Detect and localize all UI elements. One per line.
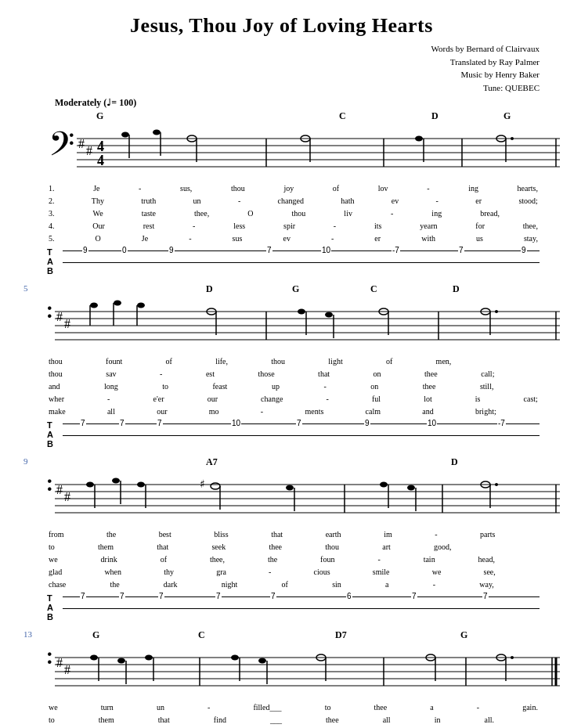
tab-label-s3: TAB bbox=[47, 593, 53, 622]
chord-D-s3: D bbox=[451, 456, 458, 468]
svg-point-65 bbox=[112, 478, 120, 484]
tab-num: 9 bbox=[82, 246, 88, 254]
svg-point-99 bbox=[231, 655, 239, 661]
lyrics-s3: fromthebestblissthatearthim-parts tothem… bbox=[47, 528, 540, 591]
chord-G-s1: G bbox=[96, 110, 103, 122]
svg-point-94 bbox=[117, 658, 125, 664]
tab-num: -7 bbox=[497, 419, 506, 427]
attribution-line3: Music by Henry Baker bbox=[23, 68, 540, 81]
measure-num-s2: 5 bbox=[23, 283, 28, 293]
measure-num-s4: 13 bbox=[23, 629, 32, 639]
chord-C-s1: C bbox=[339, 110, 346, 122]
svg-text:𝄢: 𝄢 bbox=[47, 472, 52, 517]
chord-C-s2: C bbox=[370, 283, 377, 295]
tab-num: 10 bbox=[231, 419, 241, 427]
svg-text:♯: ♯ bbox=[200, 478, 205, 490]
lyrics-s1: 1.Je-sus,thoujoyoflov-inghearts, 2.Thytr… bbox=[47, 182, 540, 245]
lyrics-s2-r4: wher-e'erourchange-fullotiscast; bbox=[47, 393, 540, 405]
chord-G2-s1: G bbox=[503, 110, 511, 122]
lyrics-s3-r3: wedrinkofthee,thefoun-tainhead, bbox=[47, 553, 540, 566]
lyrics-s2: thoufountoflife,thoulightofmen, thousav-… bbox=[47, 355, 540, 418]
tab-num: 7 bbox=[119, 592, 125, 600]
staff-s4: 𝄢 # # bbox=[47, 642, 560, 698]
chord-D2-s2: D bbox=[453, 283, 460, 295]
svg-text:𝄢: 𝄢 bbox=[47, 645, 52, 690]
svg-point-46 bbox=[325, 312, 333, 318]
tab-label-s2: TAB bbox=[47, 420, 53, 449]
tab-num: 7 bbox=[296, 419, 302, 427]
svg-point-111 bbox=[511, 656, 514, 659]
svg-text:4: 4 bbox=[97, 153, 104, 168]
svg-point-63 bbox=[86, 482, 94, 488]
tab-num: 7 bbox=[157, 419, 163, 427]
tempo-label: Moderately bbox=[55, 97, 101, 108]
staff-s1: 𝄢 # # 4 4 bbox=[47, 123, 560, 179]
chord-G-s2: G bbox=[292, 283, 299, 295]
lyrics-s4: weturnun-filled___totheea-gain. tothemth… bbox=[47, 701, 540, 728]
lyrics-s3-r2: tothemthatseektheethouartgood, bbox=[47, 541, 540, 553]
tab-num: -7 bbox=[392, 246, 400, 254]
lyrics-s4-r2: tothemthatfind___theeallinall. bbox=[47, 714, 540, 726]
svg-point-12 bbox=[153, 130, 161, 135]
svg-point-67 bbox=[137, 482, 145, 488]
tab-num: 10 bbox=[427, 419, 437, 427]
tab-num: 7 bbox=[119, 419, 125, 427]
lyrics-row-2: 2.Thytruthun-changedhathev-erstood; bbox=[47, 195, 540, 207]
svg-point-39 bbox=[137, 303, 145, 308]
tab-num: 7 bbox=[270, 592, 276, 600]
svg-text:#: # bbox=[56, 483, 63, 496]
svg-point-35 bbox=[90, 303, 98, 308]
svg-point-72 bbox=[286, 485, 294, 491]
tab-num: 6 bbox=[346, 592, 352, 600]
svg-text:#: # bbox=[56, 310, 63, 323]
tab-num: 7 bbox=[80, 592, 86, 600]
tab-num: 0 bbox=[121, 246, 128, 254]
chord-C-s4: C bbox=[198, 629, 205, 641]
chord-A7-s3: A7 bbox=[206, 456, 218, 468]
attribution-line1: Words by Bernard of Clairvaux bbox=[23, 42, 540, 56]
tab-num: 7 bbox=[266, 246, 272, 254]
svg-point-44 bbox=[298, 309, 305, 315]
svg-text:4: 4 bbox=[97, 139, 104, 154]
tab-num: 9 bbox=[364, 419, 370, 427]
svg-text:#: # bbox=[64, 663, 70, 676]
tempo-bpm: (♩= 100) bbox=[103, 97, 136, 108]
lyrics-s2-r5: makeallourmo-mentscalmandbright; bbox=[47, 405, 540, 418]
staff-s2: 𝄢 # # bbox=[47, 296, 560, 352]
svg-text:#: # bbox=[64, 490, 70, 503]
chord-D7-s4: D7 bbox=[335, 629, 347, 641]
chord-G2-s4: G bbox=[460, 629, 467, 641]
tab-lines-s1: 9 0 9 7 10 -7 7 9 bbox=[63, 250, 540, 274]
tempo-marking: Moderately (♩= 100) bbox=[55, 97, 540, 109]
tab-num: 7 bbox=[158, 592, 164, 600]
svg-text:#: # bbox=[64, 317, 70, 330]
svg-text:𝄢: 𝄢 bbox=[47, 299, 52, 344]
staff-s3: 𝄢 # # ♯ bbox=[47, 469, 560, 525]
attribution-block: Words by Bernard of Clairvaux Translated… bbox=[23, 42, 540, 94]
lyrics-row-5: 5.OJe-susev-erwithusstay, bbox=[47, 232, 540, 245]
tab-num: 7 bbox=[215, 592, 222, 600]
lyrics-s2-r3: andlongtofeastup-ontheestill, bbox=[47, 380, 540, 393]
svg-point-96 bbox=[145, 655, 153, 661]
lyrics-s3-r4: gladwhenthygra-cioussmilewesee, bbox=[47, 566, 540, 578]
tab-num: 9 bbox=[521, 246, 527, 254]
svg-point-82 bbox=[495, 483, 498, 486]
chord-D-s2: D bbox=[206, 283, 213, 295]
lyrics-s3-r1: fromthebestblissthatearthim-parts bbox=[47, 528, 540, 541]
svg-point-75 bbox=[380, 482, 388, 488]
lyrics-row-3: 3.Wetastethee,Othouliv-ingbread, bbox=[47, 207, 540, 220]
svg-point-20 bbox=[415, 136, 423, 142]
svg-point-37 bbox=[114, 301, 121, 306]
tab-num: 10 bbox=[321, 246, 331, 254]
svg-point-10 bbox=[121, 132, 129, 138]
svg-text:#: # bbox=[86, 144, 92, 157]
lyrics-s3-r5: chasethedarknightofsina-way, bbox=[47, 578, 540, 591]
lyrics-s2-r2: thousav-estthosethatontheecall; bbox=[47, 368, 540, 380]
tab-num: 7 bbox=[80, 419, 86, 427]
tab-lines-s3: 7 7 7 7 7 6 7 7 bbox=[63, 596, 540, 620]
chord-G-s4: G bbox=[92, 629, 99, 641]
lyrics-row-1: 1.Je-sus,thoujoyoflov-inghearts, bbox=[47, 182, 540, 195]
lyrics-s4-r1: weturnun-filled___totheea-gain. bbox=[47, 701, 540, 714]
lyrics-row-4: 4.Ourrest-lessspir-itsyearnforthee, bbox=[47, 220, 540, 232]
svg-text:#: # bbox=[56, 656, 63, 669]
